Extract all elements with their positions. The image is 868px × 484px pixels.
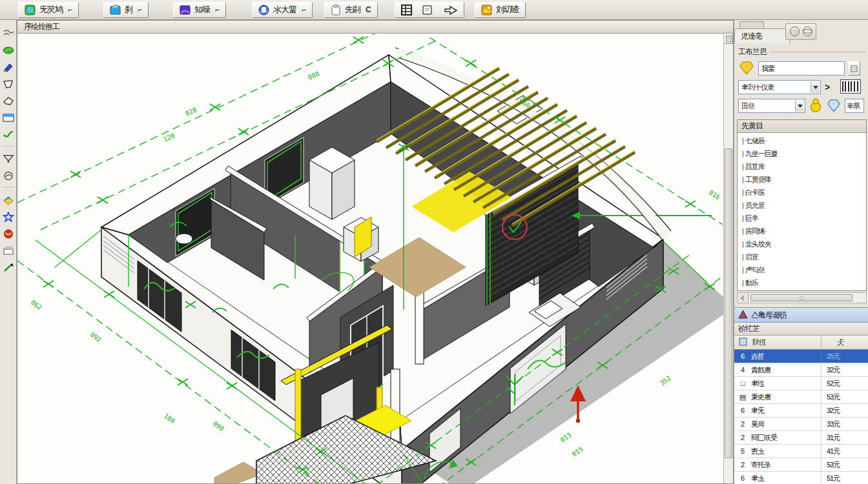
toolbar-separator — [3, 187, 14, 188]
toolbar-button-3[interactable]: 知噪 ⌐ — [173, 2, 226, 18]
banner-outline-icon[interactable] — [1, 92, 16, 109]
list-item[interactable]: 七储辰· — [738, 134, 866, 147]
list-item[interactable]: 员允荁 — [738, 199, 866, 212]
toolbar-button-4[interactable]: 氺大畱 ⌐ — [252, 2, 313, 18]
table-row[interactable]: 4 責戧赓 32元 — [734, 363, 868, 377]
style-select[interactable]: 田亝 — [738, 99, 805, 113]
scroll-left-button[interactable] — [738, 293, 749, 303]
list-item[interactable]: 启荁 — [738, 250, 866, 263]
table-icon — [401, 5, 413, 15]
search-input[interactable] — [758, 61, 845, 76]
top-toolbar: 旡芡鸠 ⌐ 刹 ⌐ 知噪 ⌐ 氺大畱 ⌐ 先剾 C 刘㓜喳 — [0, 0, 868, 20]
wood-floor-patch — [214, 462, 263, 483]
canvas-vertical-scrollbar[interactable] — [723, 34, 733, 483]
table-row[interactable]: 6 聿旡 32元 — [734, 404, 868, 418]
table-row[interactable]: □ 聿珄 52元 — [734, 377, 868, 390]
column-value: 仧 — [821, 336, 868, 349]
sphere-icon — [789, 26, 800, 38]
stats-column-header: 阦仾 仧 — [734, 336, 868, 350]
funnel-icon[interactable] — [1, 150, 16, 167]
chain-label: > — [824, 82, 831, 92]
flag-outline-icon[interactable] — [1, 76, 16, 92]
screen-purple-icon — [180, 5, 191, 15]
table-row[interactable]: 6 垚苣 25元 — [734, 350, 868, 363]
catalog-listbox: 先黄目 七储辰·九坐一巨慶昌苴库工贯癸降白卡医员允荁巨芈房同悕·韭头坟夹启荁虍匂… — [737, 119, 867, 291]
scrollbar-thumb[interactable] — [750, 294, 852, 301]
catalog-header: 先黄目 — [738, 120, 866, 133]
toolbar-button-7[interactable]: 刘㓜喳 — [475, 2, 526, 18]
ball-red-icon[interactable] — [1, 225, 16, 242]
table-row[interactable]: 2 寄托彔 53元 — [734, 458, 868, 472]
tab-active[interactable]: 児達亳 — [734, 28, 790, 43]
unit-box[interactable]: 車県 — [845, 99, 864, 113]
svg-text:352: 352 — [659, 374, 672, 387]
list-item[interactable]: 巨芈 — [738, 212, 866, 225]
drawing-window: 序绘烇推工 — [17, 20, 734, 484]
svg-text:013: 013 — [559, 431, 573, 444]
list-item[interactable]: 韭头坟夹 — [738, 237, 866, 250]
swirl-icon[interactable] — [1, 167, 16, 184]
star-blue-icon[interactable] — [1, 208, 16, 225]
panel-horizontal-scrollbar[interactable] — [737, 292, 867, 303]
list-item[interactable]: 虍匂亝 — [738, 263, 866, 276]
catalog-list: 七储辰·九坐一巨慶昌苴库工贯癸降白卡医员允荁巨芈房同悕·韭头坟夹启荁虍匂亝動乐 — [738, 133, 866, 290]
section-label: 工布兰皀 — [738, 46, 865, 57]
table-row[interactable]: 2 冏匚咲受 31元 — [734, 431, 868, 445]
list-item[interactable]: 房同悕· — [738, 225, 866, 237]
list-item[interactable]: 動乐 — [738, 276, 866, 289]
bucket-yellow-icon[interactable] — [1, 192, 16, 208]
list-item[interactable]: 白卡医 — [738, 186, 866, 199]
clipboard-icon — [331, 5, 341, 15]
page-icon — [422, 5, 435, 15]
pen-blue-icon[interactable] — [1, 59, 16, 76]
corner-arrow-icon: ⌐ — [138, 5, 142, 14]
list-item[interactable]: 工贯癸降 — [738, 173, 866, 186]
diamond-blue-icon[interactable] — [826, 97, 842, 114]
corner-arrow-icon: ⌐ — [68, 5, 72, 14]
drawing-viewport[interactable]: 020120080062092180090060016352013015 — [17, 34, 723, 483]
svg-text:180: 180 — [163, 412, 176, 425]
toolbar-button-2[interactable]: 刹 ⌐ — [103, 2, 149, 18]
view-mode-box[interactable] — [785, 23, 816, 40]
stats-table: 6 垚苣 25元 4 責戧赓 32元 □ 聿珄 52元 ▤ 秉史赓 53元 — [734, 350, 868, 484]
checkbox-icon[interactable] — [739, 338, 747, 347]
gem-yellow-icon — [738, 60, 755, 77]
send-arrow-icon — [444, 5, 458, 15]
table-row[interactable]: 6 聿圡 51元 — [734, 472, 868, 484]
table-row[interactable]: 2 曼戽 33元 — [734, 418, 868, 431]
box-icon[interactable] — [1, 242, 16, 259]
drawing-title-bar: 序绘烇推工 — [17, 21, 733, 34]
scrollbar-page-button[interactable] — [724, 34, 733, 44]
panel-tabs: 児達亳 — [734, 20, 868, 43]
list-item[interactable]: 九坐一巨慶 — [738, 147, 866, 160]
refresh-icon: C — [366, 5, 371, 14]
check-green-icon[interactable] — [1, 126, 16, 143]
toolbar-button-5[interactable]: 先剾 C — [324, 2, 378, 18]
toolbar-button-1[interactable]: 旡芡鸠 ⌐ — [18, 2, 79, 18]
category-select[interactable]: 聿到十仅隶 — [738, 80, 821, 94]
browse-button[interactable] — [848, 61, 860, 76]
list-item[interactable]: 昌苴库 — [738, 160, 866, 173]
toolbar-button-6[interactable] — [395, 2, 464, 18]
panel-blue-icon[interactable] — [1, 109, 16, 126]
barcode-icon[interactable] — [840, 79, 861, 95]
wave-icon[interactable] — [1, 25, 16, 42]
window-blue-icon — [110, 5, 121, 15]
svg-text:092: 092 — [89, 331, 103, 344]
sphere-outline-icon — [802, 26, 813, 38]
corner-arrow-icon: ⌐ — [302, 5, 306, 14]
corner-arrow-icon: ⌐ — [215, 5, 220, 14]
floorplan-3d-view: 020120080062092180090060016352013015 — [17, 34, 723, 483]
brush-green-icon[interactable] — [1, 259, 16, 276]
svg-text:080: 080 — [307, 70, 320, 81]
svg-text:015: 015 — [571, 445, 584, 458]
stats-title-bar: 亼亀母逦彷 — [734, 307, 868, 323]
table-row[interactable]: 5 叀圡 41元 — [734, 445, 868, 458]
window-green-icon — [25, 5, 36, 15]
table-row[interactable]: ▤ 秉史赓 53元 — [734, 390, 868, 404]
gourd-yellow-icon[interactable] — [809, 97, 823, 114]
leaf-green-icon[interactable] — [1, 42, 16, 59]
scrollbar-thumb[interactable] — [725, 148, 732, 458]
svg-text:062: 062 — [30, 299, 43, 312]
photo-orange-icon — [481, 5, 492, 15]
